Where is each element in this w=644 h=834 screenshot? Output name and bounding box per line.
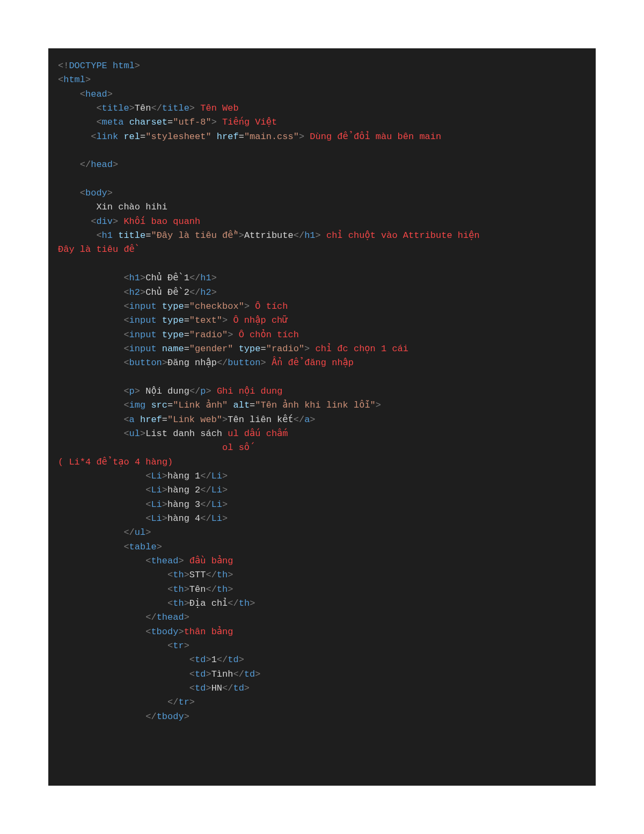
code-line: <Li>hàng 4</Li> [58,512,586,526]
code-line: Xin chào hihi [58,200,586,214]
code-line: <tbody>thân bảng [58,625,586,639]
code-line: <div> Khối bao quanh [58,215,586,229]
code-line: </thead> [58,611,586,625]
code-line: <input type="text"> Ô nhập chữ [58,314,586,328]
code-line: <Li>hàng 2</Li> [58,483,586,497]
code-line [58,371,586,385]
code-line: <td>Tình</td> [58,668,586,681]
code-line: <thead> đầu bảng [58,554,586,568]
code-line: <button>Đăng nhập</button> Ẩn để đăng nh… [58,356,586,370]
code-line: <body> [58,186,586,200]
code-line: <th>Địa chỉ</th> [58,597,586,611]
code-line [58,144,586,158]
code-line: <h1 title="Đây là tiêu đề">Attribute</h1… [58,229,586,243]
code-line: <th>Tên</th> [58,583,586,597]
code-line [58,172,586,186]
code-line: <link rel="stylesheet" href="main.css"> … [58,130,586,144]
code-line: ol số [58,441,586,455]
code-editor: <!DOCTYPE html> <html> <head> <title>Tên… [48,48,596,786]
code-line: <p> Nội dung</p> Ghi nội dung [58,385,586,398]
code-line: <tr> [58,639,586,653]
code-line: <table> [58,540,586,554]
code-line: <Li>hàng 1</Li> [58,469,586,483]
code-line: <html> [58,73,586,87]
code-line: <input name="gender" type="radio"> chỉ đ… [58,342,586,356]
code-line: <Li>hàng 3</Li> [58,498,586,512]
code-line: <head> [58,88,586,101]
code-line: </head> [58,158,586,172]
code-line: </ul> [58,526,586,540]
code-line: <a href="Link web">Tên liên kết</a> [58,413,586,427]
code-line: <ul>List danh sách ul dấu chấm [58,427,586,441]
code-line: <h2>Chủ Đề 2</h2> [58,286,586,300]
code-line: <input type="radio"> Ô chỏn tích [58,328,586,342]
code-line: <td>1</td> [58,653,586,667]
code-line: <th>STT</th> [58,568,586,582]
code-line: <h1>Chủ Đề 1</h1> [58,271,586,285]
code-line: </tbody> [58,710,586,724]
code-line: <!DOCTYPE html> [58,59,586,73]
code-line: ( Li*4 để tạo 4 hàng) [58,455,586,469]
code-line: </tr> [58,695,586,709]
code-line: <td>HN</td> [58,681,586,695]
code-line: <meta charset="utf-8"> Tiếng Việt [58,115,586,129]
code-line: Đây là tiêu đề [58,243,586,257]
code-line: <title>Tên</title> Tên Web [58,101,586,115]
code-line: <input type="checkbox"> Ô tích [58,300,586,314]
code-line: <img src="Link ảnh" alt="Tên ảnh khi lin… [58,398,586,412]
code-line [58,257,586,271]
